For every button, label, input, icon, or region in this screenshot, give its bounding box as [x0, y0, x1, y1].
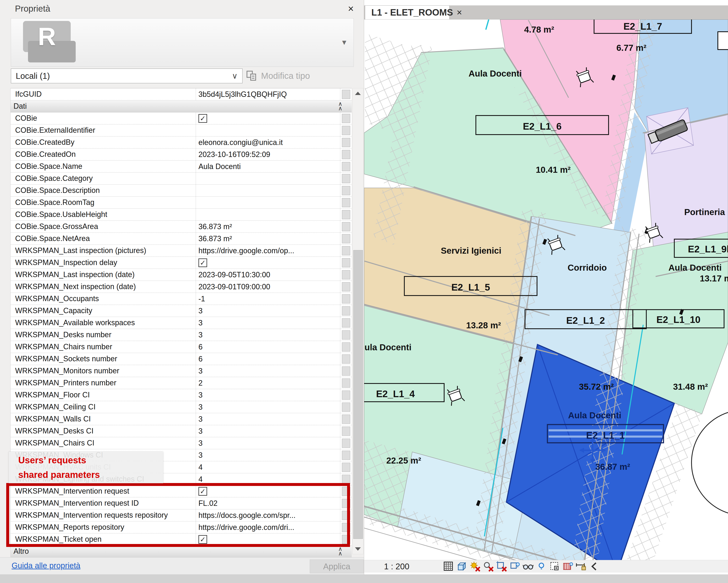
property-value[interactable]: 3 [196, 413, 340, 425]
property-value[interactable]: Aula Docenti [196, 160, 340, 172]
temporary-view-properties-icon[interactable] [562, 561, 574, 572]
row-field-button[interactable] [342, 138, 350, 147]
shadows-off-icon[interactable] [483, 561, 494, 572]
modify-type-button[interactable]: Modifica tipo [246, 69, 363, 83]
row-field-button[interactable] [342, 535, 350, 544]
palette-scrollbar[interactable] [352, 88, 363, 554]
type-dropdown-icon[interactable]: ▼ [341, 39, 348, 47]
row-field-button[interactable] [342, 319, 350, 328]
sun-path-off-icon[interactable] [469, 561, 480, 572]
crop-region-off-icon[interactable] [509, 561, 520, 572]
row-field-button[interactable] [342, 439, 350, 448]
row-field-button[interactable] [342, 487, 350, 496]
apply-button[interactable]: Applica [310, 560, 364, 573]
property-value[interactable] [196, 197, 340, 208]
row-field-button[interactable] [342, 234, 350, 243]
row-field-button[interactable] [342, 390, 350, 400]
row-field-button[interactable] [342, 186, 350, 195]
row-field-button[interactable] [342, 306, 350, 315]
type-selector[interactable]: R ▼ [11, 18, 354, 67]
chevron-down-icon[interactable]: ∨ [232, 69, 238, 83]
reveal-constraints-icon[interactable] [576, 561, 587, 572]
row-field-button[interactable] [342, 174, 350, 183]
row-field-button[interactable] [342, 499, 350, 508]
property-value[interactable]: https://drive.google.com/op... [196, 245, 340, 257]
property-value[interactable]: 3 [196, 425, 340, 437]
row-field-button[interactable] [342, 90, 350, 99]
palette-close-icon[interactable]: × [348, 3, 354, 14]
row-field-button[interactable] [342, 198, 350, 207]
property-value[interactable]: 3 [196, 329, 340, 341]
row-field-button[interactable] [342, 150, 350, 159]
checkbox-checked-icon[interactable]: ✓ [199, 535, 207, 544]
row-field-button[interactable] [342, 414, 350, 424]
row-field-button[interactable] [342, 523, 350, 532]
property-value[interactable]: 3 [196, 449, 340, 461]
property-value[interactable]: eleonora.congiu@unica.it [196, 136, 340, 148]
row-field-button[interactable] [342, 162, 350, 171]
view-scale[interactable]: 1 : 200 [384, 562, 430, 571]
property-value[interactable]: ✓ [196, 533, 340, 545]
row-field-button[interactable] [342, 463, 350, 472]
row-field-button[interactable] [342, 343, 350, 352]
property-value[interactable] [196, 184, 340, 196]
checkbox-checked-icon[interactable]: ✓ [199, 258, 207, 267]
row-field-button[interactable] [342, 379, 350, 388]
property-value[interactable]: https://docs.google.com/spr... [196, 509, 340, 521]
row-field-button[interactable] [342, 282, 350, 292]
row-field-button[interactable] [342, 258, 350, 267]
scroll-up-icon[interactable] [353, 88, 363, 98]
floor-plan-svg[interactable]: Aula Docenti E2_L1_6 10.41 m² Servizi Ig… [364, 20, 728, 560]
property-value[interactable]: FL.02 [196, 497, 340, 509]
property-value[interactable]: 3 [196, 317, 340, 329]
property-value[interactable]: 2023-09-01T09:00:00 [196, 281, 340, 293]
property-value[interactable]: ✓ [196, 485, 340, 497]
row-field-button[interactable] [342, 354, 350, 363]
property-value[interactable]: 36.873 m² [196, 233, 340, 245]
row-field-button[interactable] [342, 294, 350, 303]
property-value[interactable]: 4 [196, 461, 340, 473]
property-value[interactable]: ✓ [196, 257, 340, 269]
temporary-hide-isolate-icon[interactable] [522, 561, 534, 572]
property-value[interactable]: ✓ [196, 112, 340, 124]
view-tab[interactable]: L1 - ELET_ROOMS × [365, 5, 449, 19]
group-collapse-icon[interactable]: ∧∧ [329, 100, 352, 112]
property-value[interactable]: 2023-09-05T10:30:00 [196, 269, 340, 281]
row-field-button[interactable] [342, 126, 350, 135]
property-value[interactable]: 36.873 m² [196, 221, 340, 232]
floor-plan-canvas[interactable]: Aula Docenti E2_L1_6 10.41 m² Servizi Ig… [364, 19, 728, 560]
row-field-button[interactable] [342, 114, 350, 123]
visual-style-icon[interactable] [456, 561, 467, 572]
property-value[interactable]: 3 [196, 389, 340, 401]
property-value[interactable] [196, 209, 340, 221]
row-field-button[interactable] [342, 511, 350, 520]
scrollbar-thumb[interactable] [353, 250, 363, 539]
row-field-button[interactable] [342, 475, 350, 484]
checkbox-checked-icon[interactable]: ✓ [199, 114, 207, 123]
property-value[interactable]: 4 [196, 473, 340, 485]
group-collapse-icon[interactable]: ∧∧ [329, 546, 352, 557]
property-value[interactable]: 3b5d4jL5j3lhG1QBQHFjIQ [196, 88, 340, 100]
scroll-down-icon[interactable] [353, 544, 363, 554]
row-field-button[interactable] [342, 270, 350, 279]
row-field-button[interactable] [342, 330, 350, 339]
collapse-viewbar-icon[interactable] [589, 561, 600, 572]
property-value[interactable]: 2023-10-16T09:52:09 [196, 149, 340, 160]
property-value[interactable]: 6 [196, 353, 340, 365]
category-combobox[interactable]: Locali (1) ∨ [11, 69, 242, 83]
worksharing-display-icon[interactable] [549, 561, 560, 572]
property-value[interactable]: 3 [196, 305, 340, 317]
property-value[interactable]: 3 [196, 365, 340, 377]
property-value[interactable]: -1 [196, 293, 340, 305]
row-field-button[interactable] [342, 451, 350, 460]
properties-help-link[interactable]: Guida alle proprietà [11, 561, 80, 570]
crop-view-off-icon[interactable] [496, 561, 507, 572]
row-field-button[interactable] [342, 210, 350, 219]
detail-level-icon[interactable] [443, 561, 454, 572]
row-field-button[interactable] [342, 403, 350, 412]
view-tab-close-icon[interactable]: × [457, 7, 462, 18]
checkbox-checked-icon[interactable]: ✓ [199, 487, 207, 496]
row-field-button[interactable] [342, 246, 350, 255]
property-value[interactable]: https://drive.google.com/dri... [196, 522, 340, 533]
property-value[interactable]: 3 [196, 437, 340, 449]
